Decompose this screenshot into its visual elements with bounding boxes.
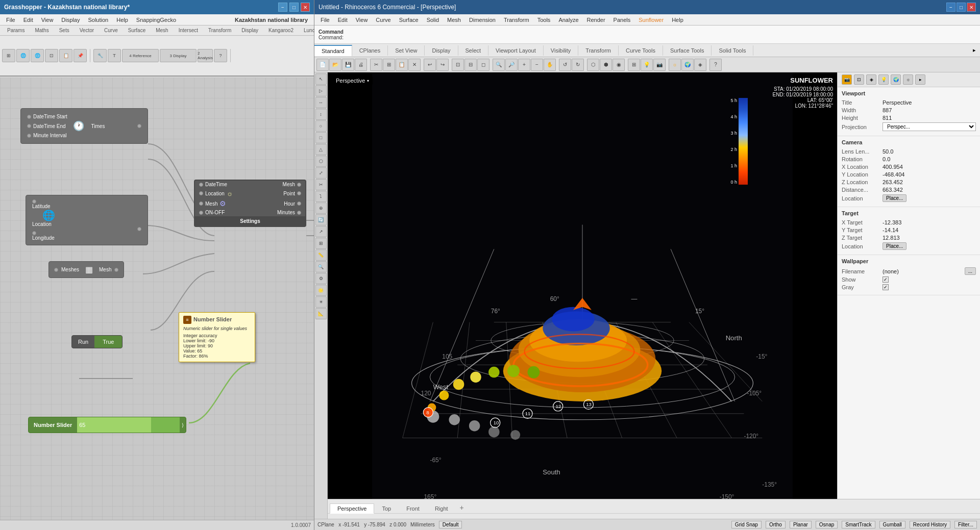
rh-stbtn-20[interactable]: ☀	[315, 296, 327, 308]
rh-tab-display[interactable]: Display	[425, 45, 458, 56]
rh-tbtn-zoom-ext[interactable]: 🔍	[493, 59, 505, 71]
rh-stbtn-15[interactable]: ⊞	[315, 238, 327, 249]
rh-tbtn-paste[interactable]: 📋	[396, 59, 408, 71]
rh-stbtn-16[interactable]: 📏	[315, 249, 327, 261]
slider-arrow[interactable]: ⟩	[180, 419, 186, 431]
rh-minimize[interactable]: −	[946, 3, 955, 12]
meshes-port-out[interactable]	[114, 268, 118, 272]
rh-tbtn-new[interactable]: 📄	[316, 59, 329, 71]
gh-tab-params[interactable]: Params	[2, 27, 30, 34]
props-cam-loc-btn[interactable]: Place...	[883, 194, 906, 202]
rh-stbtn-2[interactable]: ▷	[315, 85, 327, 96]
rh-stbtn-12[interactable]: ⊕	[315, 203, 327, 214]
settings-port-datetime-in[interactable]	[199, 183, 203, 187]
rh-menu-view[interactable]: View	[352, 16, 372, 24]
gh-tab-kangaroo[interactable]: Kangaroo2	[263, 27, 299, 34]
gh-tbtn-5[interactable]: 📋	[59, 49, 72, 62]
gh-tab-surface[interactable]: Surface	[123, 27, 151, 34]
datetime-node[interactable]: DateTime Start DateTime End 🕐 Times Minu…	[20, 108, 148, 144]
rh-menu-sunflower[interactable]: Sunflower	[634, 16, 668, 24]
gh-tbtn-3[interactable]: 🌐	[31, 49, 44, 62]
rh-menu-transform[interactable]: Transform	[500, 16, 533, 24]
number-slider[interactable]: Number Slider 65 ⟩	[28, 417, 186, 433]
gh-menu-display[interactable]: Display	[57, 16, 84, 24]
datetime-port-end-in[interactable]	[27, 124, 31, 128]
gh-tbtn-8[interactable]: T	[108, 49, 121, 62]
gh-tab-intersect[interactable]: Intersect	[174, 27, 203, 34]
rh-menu-solid[interactable]: Solid	[423, 16, 443, 24]
rh-stbtn-11[interactable]: ⤵	[315, 191, 327, 202]
rh-close[interactable]: ✕	[967, 3, 976, 12]
settings-port-loc-in[interactable]	[199, 191, 203, 195]
rh-tbtn-grid[interactable]: ⊞	[628, 59, 640, 71]
rh-menu-surface[interactable]: Surface	[395, 16, 423, 24]
rh-tbtn-deselect[interactable]: ◻	[477, 59, 489, 71]
smarttrack-btn[interactable]: SmartTrack	[842, 521, 875, 528]
rh-stbtn-19[interactable]: 🌟	[315, 285, 327, 296]
gh-tab-vector[interactable]: Vector	[75, 27, 99, 34]
rh-tab-viewport-layout[interactable]: Viewport Layout	[488, 45, 544, 56]
gh-tbtn-ref[interactable]: 4 Reference	[122, 49, 159, 62]
loc-port-out[interactable]	[137, 227, 141, 231]
settings-title[interactable]: Settings	[195, 216, 305, 226]
record-history-btn[interactable]: Record History	[910, 521, 950, 528]
rh-tbtn-env[interactable]: 🌍	[681, 59, 694, 71]
view-tab-right[interactable]: Right	[427, 503, 456, 513]
ortho-btn[interactable]: Ortho	[766, 521, 786, 528]
loc-port-lon-in[interactable]	[32, 231, 36, 235]
meshes-port-in[interactable]	[54, 268, 58, 272]
rh-tbtn-shade[interactable]: ⬢	[600, 59, 612, 71]
rh-tbtn-delete[interactable]: ✕	[408, 59, 421, 71]
rh-tab-select[interactable]: Select	[458, 45, 489, 56]
rh-tbtn-rotate-left[interactable]: ↺	[559, 59, 571, 71]
props-icon-obj[interactable]: ⊡	[854, 74, 864, 85]
props-filename-btn[interactable]: ...	[965, 267, 976, 275]
gh-tbtn-4[interactable]: ⊡	[45, 49, 58, 62]
props-icon-env[interactable]: 🌍	[891, 74, 901, 85]
planar-btn[interactable]: Planar	[790, 521, 812, 528]
gh-tbtn-7[interactable]: 🔧	[93, 49, 107, 62]
rh-tbtn-lights[interactable]: 💡	[641, 59, 653, 71]
rh-stbtn-9[interactable]: ⤢	[315, 167, 327, 179]
rh-tbtn-rotate-right[interactable]: ↻	[572, 59, 584, 71]
rh-tbtn-sun[interactable]: ☼	[669, 59, 681, 71]
rh-tbtn-window-sel[interactable]: ⊟	[464, 59, 477, 71]
rh-menu-curve[interactable]: Curve	[372, 16, 395, 24]
rh-tbtn-redo[interactable]: ↪	[436, 59, 449, 71]
run-node[interactable]: Run True	[71, 335, 122, 348]
rh-menu-edit[interactable]: Edit	[334, 16, 352, 24]
datetime-port-start-in[interactable]	[27, 115, 31, 119]
gh-canvas[interactable]: DateTime Start DateTime End 🕐 Times Minu…	[0, 78, 314, 520]
view-tab-top[interactable]: Top	[374, 503, 399, 513]
gh-tbtn-1[interactable]: ⊞	[2, 49, 15, 62]
rh-stbtn-7[interactable]: △	[315, 144, 327, 155]
rh-tbtn-cut[interactable]: ✂	[370, 59, 382, 71]
gh-menu-edit[interactable]: Edit	[19, 16, 37, 24]
props-icon-mat[interactable]: ◈	[866, 74, 876, 85]
gh-tbtn-2[interactable]: 🌐	[16, 49, 30, 62]
rh-tbtn-zoom-in[interactable]: +	[518, 59, 530, 71]
rh-menu-mesh[interactable]: Mesh	[443, 16, 465, 24]
rh-stbtn-21[interactable]: 📐	[315, 308, 327, 319]
gh-tab-mesh[interactable]: Mesh	[151, 27, 173, 34]
rh-stbtn-18[interactable]: ⚙	[315, 273, 327, 284]
gh-minimize[interactable]: −	[278, 3, 287, 12]
props-icon-camera[interactable]: 📷	[842, 74, 852, 85]
rh-stbtn-5[interactable]: ○	[315, 120, 327, 132]
rh-tbtn-help[interactable]: ?	[709, 59, 722, 71]
rh-tab-transform[interactable]: Transform	[578, 45, 619, 56]
gh-tbtn-display[interactable]: 3 Display	[160, 49, 197, 62]
props-icon-sun[interactable]: ☼	[903, 74, 913, 85]
rh-menu-tools[interactable]: Tools	[533, 16, 555, 24]
props-show-check[interactable]: ✓	[883, 276, 889, 283]
props-gray-check[interactable]: ✓	[883, 284, 889, 290]
props-icon-light[interactable]: 💡	[878, 74, 889, 85]
rh-tab-surface-tools[interactable]: Surface Tools	[663, 45, 712, 56]
rh-stbtn-10[interactable]: ✂	[315, 179, 327, 190]
meshes-node[interactable]: Meshes ▦ Mesh	[48, 261, 124, 278]
gumball-btn[interactable]: Gumball	[879, 521, 905, 528]
gh-tab-display[interactable]: Display	[236, 27, 263, 34]
gh-menu-file[interactable]: File	[2, 16, 19, 24]
gh-menu-help[interactable]: Help	[112, 16, 132, 24]
gh-tbtn-help[interactable]: ?	[214, 49, 227, 62]
